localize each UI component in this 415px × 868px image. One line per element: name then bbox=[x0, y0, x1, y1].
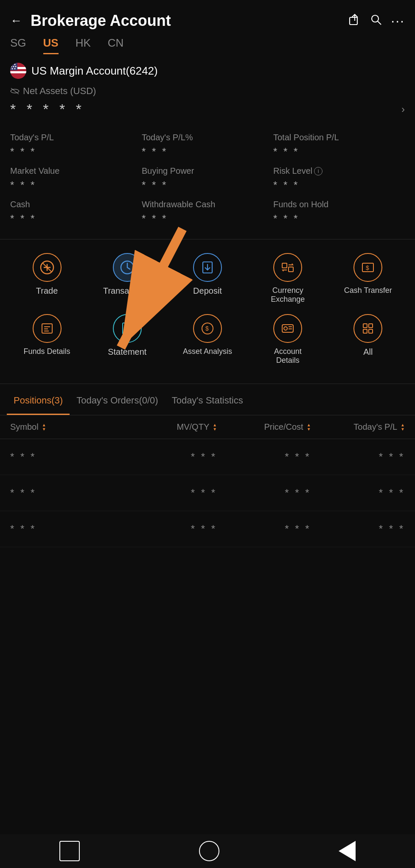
nav-back-button[interactable] bbox=[339, 841, 356, 861]
transactions-icon-wrap bbox=[113, 253, 142, 282]
action-account-details[interactable]: Account Details bbox=[262, 314, 313, 365]
back-button[interactable]: ← bbox=[10, 14, 22, 28]
tab-us[interactable]: US bbox=[43, 36, 59, 54]
deposit-icon-wrap bbox=[193, 253, 222, 282]
cell-mv-qty: * * * bbox=[123, 523, 217, 535]
svg-point-16 bbox=[12, 68, 13, 70]
svg-point-12 bbox=[14, 64, 16, 65]
col-todays-pl[interactable]: Today's P/L ▲▼ bbox=[311, 422, 405, 432]
cell-price-cost: * * * bbox=[217, 487, 311, 499]
stat-label: Total Position P/L bbox=[273, 133, 405, 142]
page-wrapper: ← Brokerage Account ··· SG US HK CN bbox=[0, 0, 415, 590]
stat-todays-pl: Today's P/L * * * bbox=[10, 128, 142, 162]
col-mv-qty[interactable]: MV/QTY ▲▼ bbox=[123, 422, 217, 432]
action-funds-details[interactable]: Funds Details bbox=[22, 314, 73, 365]
action-currency-exchange[interactable]: Currency Exchange bbox=[262, 253, 313, 304]
page-title: Brokerage Account bbox=[31, 12, 343, 30]
stat-value: * * * bbox=[10, 213, 142, 225]
region-tabs: SG US HK CN bbox=[0, 36, 415, 54]
eye-hidden-icon bbox=[10, 87, 20, 95]
svg-rect-26 bbox=[282, 263, 287, 268]
action-cash-transfer[interactable]: $ Cash Transfer bbox=[342, 253, 393, 304]
action-all[interactable]: All bbox=[342, 314, 393, 365]
col-price-cost[interactable]: Price/Cost ▲▼ bbox=[217, 422, 311, 432]
account-details-label: Account Details bbox=[262, 347, 313, 365]
svg-rect-9 bbox=[10, 75, 26, 79]
svg-rect-45 bbox=[369, 324, 373, 328]
action-deposit[interactable]: Deposit bbox=[182, 253, 233, 304]
stat-funds-on-hold: Funds on Hold * * * bbox=[273, 195, 405, 229]
sort-icon: ▲▼ bbox=[213, 423, 217, 431]
nav-square-button[interactable] bbox=[59, 841, 80, 861]
stat-market-value: Market Value * * * bbox=[10, 162, 142, 195]
stat-value: * * * bbox=[273, 179, 405, 191]
transactions-icon bbox=[120, 260, 135, 275]
svg-rect-46 bbox=[363, 329, 367, 333]
nav-circle-button[interactable] bbox=[199, 841, 219, 861]
svg-text:$: $ bbox=[366, 264, 369, 271]
stat-label: Funds on Hold bbox=[273, 200, 405, 209]
table-row[interactable]: * * * * * * * * * * * * bbox=[0, 475, 415, 511]
cell-symbol: * * * bbox=[10, 487, 123, 499]
svg-rect-44 bbox=[363, 324, 367, 328]
svg-point-14 bbox=[11, 66, 12, 67]
svg-point-11 bbox=[12, 64, 13, 65]
svg-rect-47 bbox=[369, 329, 373, 333]
action-asset-analysis[interactable]: $ Asset Analysis bbox=[182, 314, 233, 365]
us-flag-icon bbox=[10, 63, 26, 79]
info-icon[interactable]: i bbox=[314, 167, 322, 175]
stat-todays-pl-pct: Today's P/L% * * * bbox=[142, 128, 273, 162]
net-assets-chevron[interactable]: › bbox=[401, 103, 405, 115]
tab-positions[interactable]: Positions(3) bbox=[7, 387, 70, 415]
svg-point-17 bbox=[14, 68, 16, 70]
action-trade[interactable]: Trade bbox=[22, 253, 73, 304]
currency-exchange-label: Currency Exchange bbox=[262, 286, 313, 304]
net-assets-value: * * * * * › bbox=[10, 101, 405, 117]
stat-label: Today's P/L bbox=[10, 133, 142, 142]
asset-analysis-label: Asset Analysis bbox=[183, 347, 232, 356]
table-row[interactable]: * * * * * * * * * * * * bbox=[0, 511, 415, 547]
svg-text:$: $ bbox=[205, 325, 209, 332]
more-icon[interactable]: ··· bbox=[391, 13, 405, 29]
action-transactions[interactable]: Transactions bbox=[102, 253, 153, 304]
funds-details-label: Funds Details bbox=[24, 347, 70, 356]
sort-icon: ▲▼ bbox=[42, 423, 46, 431]
divider bbox=[0, 239, 415, 239]
net-assets-label: Net Assets (USD) bbox=[10, 86, 405, 97]
stat-cash: Cash * * * bbox=[10, 195, 142, 229]
deposit-icon bbox=[200, 260, 215, 275]
statement-icon-wrap bbox=[113, 314, 142, 343]
stat-risk-level: Risk Level i * * * bbox=[273, 162, 405, 195]
stat-label: Market Value bbox=[10, 166, 142, 176]
action-statement[interactable]: Statement bbox=[102, 314, 153, 365]
tab-sg[interactable]: SG bbox=[10, 36, 26, 54]
stat-value: * * * bbox=[142, 213, 273, 225]
svg-rect-34 bbox=[123, 323, 132, 334]
cash-transfer-icon: $ bbox=[360, 260, 376, 275]
stat-value: * * * bbox=[10, 179, 142, 191]
trade-icon-wrap bbox=[33, 253, 62, 282]
stat-withdrawable-cash: Withdrawable Cash * * * bbox=[142, 195, 273, 229]
all-icon bbox=[360, 321, 376, 336]
funds-details-icon-wrap bbox=[33, 314, 62, 343]
table-row[interactable]: * * * * * * * * * * * * bbox=[0, 439, 415, 475]
stat-label: Withdrawable Cash bbox=[142, 200, 273, 209]
tab-hk[interactable]: HK bbox=[76, 36, 91, 54]
stat-value: * * * bbox=[10, 146, 142, 158]
quick-actions: Trade Transactions bbox=[0, 243, 415, 380]
tab-todays-statistics[interactable]: Today's Statistics bbox=[165, 387, 250, 415]
net-assets-hidden: * * * * * bbox=[10, 101, 85, 117]
header-icons: ··· bbox=[348, 13, 405, 29]
cell-symbol: * * * bbox=[10, 451, 123, 463]
tab-cn[interactable]: CN bbox=[108, 36, 124, 54]
search-icon[interactable] bbox=[370, 13, 382, 29]
cash-transfer-label: Cash Transfer bbox=[344, 286, 392, 295]
deposit-label: Deposit bbox=[193, 286, 222, 296]
divider-2 bbox=[0, 384, 415, 384]
sort-icon: ▲▼ bbox=[401, 423, 405, 431]
share-icon[interactable] bbox=[348, 13, 361, 29]
currency-exchange-icon bbox=[280, 260, 295, 275]
col-symbol[interactable]: Symbol ▲▼ bbox=[10, 422, 123, 432]
tab-todays-orders[interactable]: Today's Orders(0/0) bbox=[70, 387, 165, 415]
stat-label: Risk Level i bbox=[273, 166, 405, 176]
